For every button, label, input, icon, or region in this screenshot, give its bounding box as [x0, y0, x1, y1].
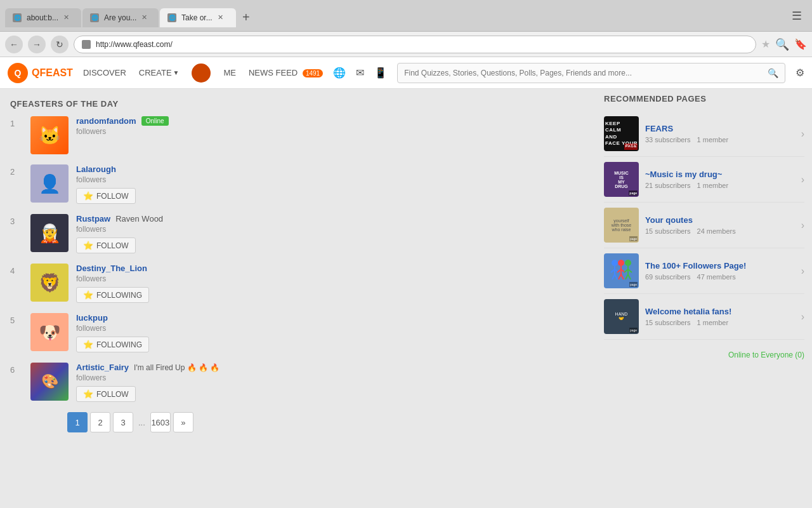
settings-icon[interactable]: ⚙	[796, 67, 804, 79]
message-icon[interactable]: ✉	[356, 67, 364, 79]
bookmark-star-icon[interactable]: ★	[761, 38, 770, 50]
subs-hetalia: 15 subscribers	[645, 319, 691, 326]
tab-close-2[interactable]: ✕	[141, 13, 147, 22]
new-tab-button[interactable]: +	[237, 8, 255, 27]
browser-chrome: 🌐 about:b... ✕ 🌐 Are you... ✕ 🌐 Take or.…	[0, 0, 812, 57]
page-name-hetalia[interactable]: Welcome hetalia fans!	[645, 307, 804, 316]
page-stats-followers: 69 subscribers 47 members	[645, 273, 804, 281]
section-title: QFEASTERS OF THE DAY	[10, 99, 586, 109]
rank-3: 3	[10, 214, 23, 226]
tab-1[interactable]: 🌐 about:b... ✕	[5, 8, 81, 27]
username-1[interactable]: randomfandom	[76, 116, 136, 126]
tab-close-3[interactable]: ✕	[218, 13, 223, 22]
rank-5: 5	[10, 313, 23, 325]
avatar-3[interactable]: 🧝	[30, 214, 69, 252]
notification-icon[interactable]: 📱	[374, 67, 387, 79]
tab-close-1[interactable]: ✕	[63, 13, 69, 22]
page-1-button[interactable]: 1	[67, 412, 88, 432]
url-text: http://www.qfeast.com/	[96, 40, 173, 49]
page-thumb-followers[interactable]: page	[604, 253, 639, 288]
page-info-quotes: Your qoutes 15 subscribers 24 members	[645, 215, 804, 235]
nav-create[interactable]: CREATE ▼	[139, 68, 180, 77]
avatar-2[interactable]: 👤	[30, 164, 69, 203]
tab-3[interactable]: 🌐 Take or... ✕	[160, 8, 236, 27]
forward-button[interactable]: →	[28, 36, 46, 53]
tab-favicon-1: 🌐	[13, 13, 22, 22]
tab-2[interactable]: 🌐 Are you... ✕	[82, 8, 159, 27]
tab-favicon-3: 🌐	[167, 13, 176, 22]
members-followers: 47 members	[697, 273, 736, 281]
url-bar[interactable]: http://www.qfeast.com/	[74, 36, 756, 53]
page-chevron-fears[interactable]: ›	[801, 128, 804, 140]
subs-followers: 69 subscribers	[645, 273, 691, 281]
search-input[interactable]	[404, 69, 768, 77]
page-item-music: MUSICISMYDRUG page ~Music is my drug~ 21…	[604, 157, 804, 203]
follow-emoji-3: ⭐	[83, 241, 93, 250]
followers-5: followers	[76, 324, 586, 333]
recommended-pages-list: KEEPCALMANDFACE YOUR page FEARS 33 subsc…	[604, 111, 804, 340]
list-item: 6 🎨 Artistic_Fairy I'm all Fired Up 🔥 🔥 …	[10, 363, 586, 402]
avatar-5[interactable]: 🐶	[30, 313, 69, 351]
page-last-button[interactable]: 1603	[150, 412, 171, 432]
search-icon[interactable]: 🔍	[768, 68, 778, 78]
page-name-fears[interactable]: FEARS	[645, 124, 804, 133]
follow-button-6[interactable]: ⭐ FOLLOW	[76, 386, 136, 402]
page-thumb-fears[interactable]: KEEPCALMANDFACE YOUR page	[604, 116, 639, 151]
followers-1: followers	[76, 127, 586, 136]
online-status: Online to Everyone (0)	[604, 340, 804, 359]
page-chevron-quotes[interactable]: ›	[801, 220, 804, 231]
followers-3: followers	[76, 225, 586, 234]
followers-6: followers	[76, 373, 586, 382]
svg-line-4	[612, 274, 615, 279]
follow-button-3[interactable]: ⭐ FOLLOW	[76, 237, 136, 253]
site-favicon	[82, 40, 91, 49]
browser-menu-button[interactable]: ☰	[787, 6, 807, 25]
page-name-followers[interactable]: The 100+ Followers Page!	[645, 261, 804, 271]
username-6[interactable]: Artistic_Fairy	[76, 363, 129, 372]
user-info-2: Lalarough followers ⭐ FOLLOW	[76, 164, 586, 204]
username-2[interactable]: Lalarough	[76, 164, 116, 174]
online-status-text: Online to Everyone (0)	[728, 351, 804, 359]
page-name-quotes[interactable]: Your qoutes	[645, 215, 804, 225]
follow-button-2[interactable]: ⭐ FOLLOW	[76, 188, 136, 204]
following-button-4[interactable]: ⭐ FOLLOWING	[76, 287, 149, 303]
globe-icon[interactable]: 🌐	[333, 67, 346, 79]
svg-line-16	[625, 274, 628, 279]
page-2-button[interactable]: 2	[90, 412, 110, 432]
nav-me[interactable]: ME	[223, 68, 236, 77]
page-info-hetalia: Welcome hetalia fans! 15 subscribers 1 m…	[645, 307, 804, 326]
avatar-6[interactable]: 🎨	[30, 363, 69, 401]
page-info-music: ~Music is my drug~ 21 subscribers 1 memb…	[645, 170, 804, 189]
username-3a[interactable]: Rustpaw	[76, 214, 110, 224]
following-button-5[interactable]: ⭐ FOLLOWING	[76, 337, 149, 352]
svg-line-17	[628, 274, 631, 279]
page-3-button[interactable]: 3	[113, 412, 133, 432]
avatar-1[interactable]: 🐱	[30, 116, 69, 154]
username-3b: Raven Wood	[115, 214, 163, 224]
page-chevron-followers[interactable]: ›	[801, 265, 804, 277]
username-5[interactable]: luckpup	[76, 313, 108, 323]
nav-newsfeed[interactable]: NEWS FEED	[249, 68, 298, 77]
news-badge: 1491	[303, 69, 323, 77]
browser-search-icon[interactable]: 🔍	[775, 37, 789, 51]
me-avatar[interactable]	[192, 64, 211, 83]
back-button[interactable]: ←	[5, 36, 23, 53]
page-name-music[interactable]: ~Music is my drug~	[645, 170, 804, 179]
avatar-4[interactable]: 🦁	[30, 264, 69, 302]
nav-discover[interactable]: DISCOVER	[83, 68, 126, 77]
page-chevron-hetalia[interactable]: ›	[801, 311, 804, 323]
username-4[interactable]: Destiny_The_Lion	[76, 264, 147, 273]
page-thumb-music[interactable]: MUSICISMYDRUG page	[604, 162, 639, 197]
status-6: I'm all Fired Up 🔥 🔥 🔥	[134, 363, 219, 372]
page-thumb-quotes[interactable]: yourselfwith thosewho raise page	[604, 208, 639, 243]
logo-area[interactable]: Q QFEAST	[8, 63, 73, 83]
followers-4: followers	[76, 274, 586, 283]
search-bar[interactable]: 🔍	[397, 63, 785, 83]
page-next-button[interactable]: »	[173, 412, 193, 432]
page-chevron-music[interactable]: ›	[801, 174, 804, 185]
follow-emoji-2: ⭐	[83, 191, 93, 201]
page-thumb-hetalia[interactable]: HAND🤝 page	[604, 299, 639, 334]
page-stats-quotes: 15 subscribers 24 members	[645, 227, 804, 235]
refresh-button[interactable]: ↻	[51, 36, 69, 53]
bookmarks-icon[interactable]: 🔖	[794, 38, 807, 50]
